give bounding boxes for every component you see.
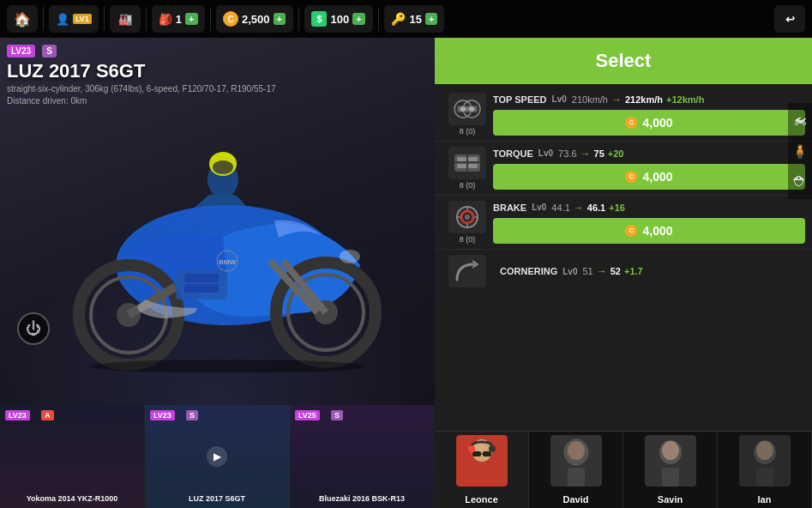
topspeed-coin-icon: C [625, 117, 637, 129]
svg-point-71 [662, 441, 679, 460]
keys-display[interactable]: 🔑 15 + [384, 5, 445, 33]
savin-avatar [645, 435, 696, 487]
back-button[interactable]: ↩ [774, 5, 805, 33]
cornering-to: 52 [611, 266, 621, 276]
torque-right: TORQUE Lv0 73.6 → 75 +20 C 4,000 [493, 148, 805, 190]
savin-name: Savin [658, 494, 683, 505]
svg-rect-18 [184, 284, 219, 293]
select-button[interactable]: Select [435, 38, 812, 84]
topspeed-upgrade-btn[interactable]: C 4,000 [493, 110, 805, 136]
svg-point-57 [475, 444, 485, 451]
svg-rect-61 [466, 464, 497, 487]
svg-rect-42 [457, 157, 466, 161]
svg-rect-45 [468, 164, 478, 168]
cornering-icon-box [442, 255, 493, 287]
thumb-grade-2: S [331, 410, 343, 420]
brake-upgrade-btn[interactable]: C 4,000 [493, 218, 805, 244]
dollars-display[interactable]: $ 100 + [304, 5, 373, 33]
bag-plus[interactable]: + [185, 13, 197, 25]
garage-button[interactable]: 🏭 [110, 5, 141, 33]
brake-cost: 8 (0) [460, 235, 476, 244]
torque-cost-label: 4,000 [642, 170, 672, 184]
leonce-avatar [456, 435, 508, 487]
svg-point-62 [468, 445, 475, 452]
svg-point-66 [568, 441, 585, 460]
home-button[interactable]: 🏠 [7, 5, 38, 33]
thumbnails-bar: LV23 A Yokoma 2014 YKZ-R1000 LV23 S ▶ [0, 405, 435, 508]
bike-desc: straight-six-cylinder, 306kg (674lbs), 6… [7, 84, 276, 94]
stat-row-torque: 8 (0) TORQUE Lv0 73.6 → 75 +20 C 4,000 [435, 142, 812, 196]
torque-label: TORQUE [493, 148, 533, 159]
thumb-name-1: LUZ 2017 S6GT [189, 494, 245, 503]
back-icon: ↩ [785, 13, 795, 26]
top-bar: 🏠 👤 LV1 🏭 🎒 1 + C 2,500 + $ 100 + 🔑 15 +… [0, 0, 812, 38]
stat-row-brake: 8 (0) BRAKE Lv0 44.1 → 46.1 +16 C 4,000 [435, 196, 812, 250]
rider-button[interactable]: 👤 LV1 [49, 5, 99, 33]
cornering-arrow: → [597, 265, 607, 277]
torque-lv: Lv0 [538, 148, 553, 158]
svg-point-40 [469, 106, 474, 112]
key-amount: 15 [410, 13, 422, 26]
brake-arrow: → [574, 202, 584, 214]
svg-rect-44 [457, 164, 466, 168]
side-bike-icon[interactable]: 🏍 [790, 110, 810, 130]
brake-from: 44.1 [551, 203, 569, 213]
svg-rect-67 [568, 468, 585, 487]
bag-button[interactable]: 🎒 1 + [152, 5, 205, 33]
divider-4 [210, 7, 211, 31]
bag-count: 1 [176, 13, 182, 26]
thumbnail-item-2[interactable]: LV25 S Bluezaki 2016 BSK-R13 [290, 405, 435, 508]
coin-icon: C [223, 11, 238, 27]
cornering-header: CORNERING Lv0 51 → 52 +1.7 [500, 265, 805, 277]
side-rider-icon[interactable]: 🧍 [790, 141, 810, 161]
svg-rect-58 [472, 451, 481, 457]
garage-icon: 🏭 [118, 13, 132, 26]
torque-from: 73.6 [558, 148, 576, 159]
divider-3 [146, 7, 147, 31]
torque-diff: +20 [608, 148, 624, 159]
divider-6 [378, 7, 379, 31]
dollar-plus[interactable]: + [352, 13, 364, 25]
bike-level-badge: LV23 [7, 45, 35, 57]
topspeed-values: 210km/h → 212km/h +12km/h [572, 94, 705, 106]
leonce-name: Leonce [465, 494, 498, 505]
thumb-play-1[interactable]: ▶ [207, 446, 227, 467]
torque-header: TORQUE Lv0 73.6 → 75 +20 [493, 148, 805, 160]
torque-icon-box: 8 (0) [442, 147, 493, 190]
side-helmet-icon[interactable]: ⛑ [790, 172, 810, 192]
coin-plus[interactable]: + [274, 13, 286, 25]
topspeed-lv: Lv0 [552, 94, 567, 104]
home-icon: 🏠 [14, 11, 31, 27]
brake-to: 46.1 [587, 203, 605, 213]
svg-text:BMW: BMW [219, 258, 236, 266]
bike-name: LUZ 2017 S6GT [7, 61, 276, 82]
topspeed-icon-box: 8 (0) [442, 93, 493, 136]
coins-display[interactable]: C 2,500 + [216, 5, 293, 33]
torque-to: 75 [594, 148, 604, 159]
key-plus[interactable]: + [425, 13, 437, 25]
cornering-label: CORNERING [500, 266, 557, 276]
stats-area: 8 (0) TOP SPEED Lv0 210km/h → 212km/h +1… [435, 84, 812, 431]
cornering-lv: Lv0 [562, 267, 577, 276]
torque-upgrade-btn[interactable]: C 4,000 [493, 164, 805, 190]
rider-icon: 👤 [56, 13, 69, 26]
rider-ian[interactable]: Ian [718, 432, 812, 508]
thumbnail-item-0[interactable]: LV23 A Yokoma 2014 YKZ-R1000 [0, 405, 145, 508]
topspeed-header: TOP SPEED Lv0 210km/h → 212km/h +12km/h [493, 94, 805, 106]
dollar-icon: $ [311, 11, 327, 27]
svg-rect-43 [468, 157, 478, 161]
power-button[interactable]: ⏻ [17, 312, 50, 345]
cornering-right: CORNERING Lv0 51 → 52 +1.7 [500, 265, 805, 277]
brake-lv: Lv0 [532, 203, 546, 212]
svg-point-75 [756, 441, 773, 460]
rider-savin[interactable]: Savin [623, 432, 718, 508]
left-panel: LV23 S LUZ 2017 S6GT straight-six-cylind… [0, 38, 435, 508]
svg-rect-72 [662, 468, 679, 487]
rider-david[interactable]: David [529, 432, 623, 508]
coin-amount: 2,500 [242, 13, 270, 26]
key-icon: 🔑 [391, 11, 406, 27]
svg-point-63 [489, 445, 496, 452]
stat-row-topspeed: 8 (0) TOP SPEED Lv0 210km/h → 212km/h +1… [435, 88, 812, 142]
thumbnail-item-1[interactable]: LV23 S ▶ LUZ 2017 S6GT [145, 405, 290, 508]
rider-leonce[interactable]: Leonce [435, 432, 529, 508]
